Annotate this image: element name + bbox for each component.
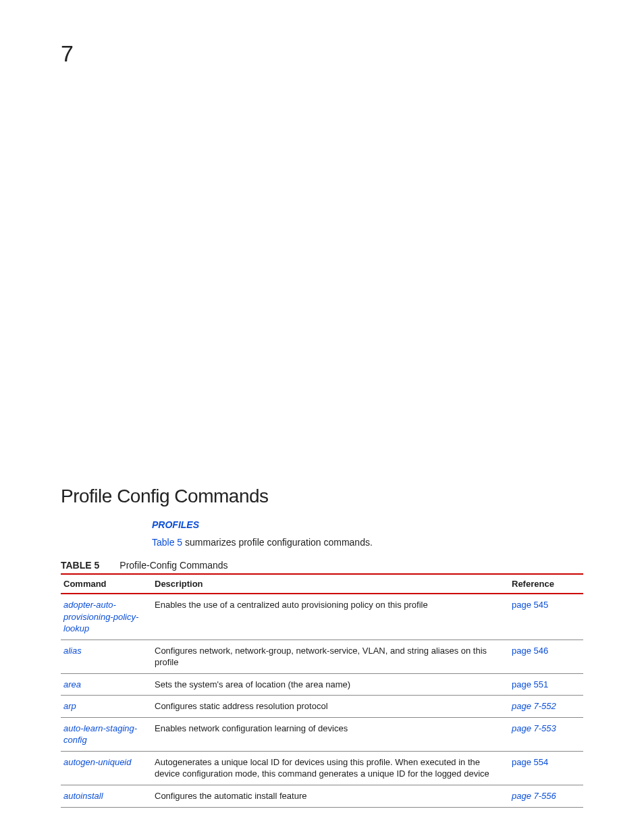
- command-description: Configures network, network-group, netwo…: [152, 640, 509, 673]
- header-command: Command: [61, 574, 152, 594]
- table-caption: Profile-Config Commands: [119, 560, 227, 571]
- reference-link[interactable]: page 546: [509, 640, 583, 673]
- table-label: TABLE 5: [61, 560, 99, 571]
- reference-link[interactable]: page 545: [509, 594, 583, 640]
- command-description: Autogenerates a unique local ID for devi…: [152, 751, 509, 785]
- table-ref-link[interactable]: Table 5: [152, 537, 182, 548]
- command-link[interactable]: alias: [61, 640, 152, 673]
- table-body: adopter-auto-provisioning-policy-lookupE…: [61, 594, 583, 807]
- section-title: Profile Config Commands: [61, 486, 583, 507]
- reference-link[interactable]: page 7-556: [509, 785, 583, 808]
- profiles-link[interactable]: PROFILES: [152, 519, 583, 530]
- reference-link[interactable]: page 7-552: [509, 696, 583, 718]
- table-row: adopter-auto-provisioning-policy-lookupE…: [61, 594, 583, 640]
- command-description: Configures static address resolution pro…: [152, 696, 509, 718]
- header-description: Description: [152, 574, 509, 594]
- table-row: arpConfigures static address resolution …: [61, 696, 583, 718]
- command-link[interactable]: arp: [61, 696, 152, 718]
- command-link[interactable]: area: [61, 673, 152, 696]
- command-link[interactable]: adopter-auto-provisioning-policy-lookup: [61, 594, 152, 640]
- reference-link[interactable]: page 551: [509, 673, 583, 696]
- chapter-number: 7: [61, 41, 583, 67]
- table-row: autoinstallConfigures the automatic inst…: [61, 785, 583, 808]
- intro-block: PROFILES Table 5 summarizes profile conf…: [152, 519, 583, 548]
- table-row: areaSets the system's area of location (…: [61, 673, 583, 696]
- table-row: autogen-uniqueidAutogenerates a unique l…: [61, 751, 583, 785]
- command-description: Enables the use of a centralized auto pr…: [152, 594, 509, 640]
- reference-link[interactable]: page 7-553: [509, 717, 583, 751]
- command-description: Enables network configuration learning o…: [152, 717, 509, 751]
- command-link[interactable]: autoinstall: [61, 785, 152, 808]
- table-label-row: TABLE 5 Profile-Config Commands: [61, 560, 583, 571]
- summary-line: Table 5 summarizes profile configuration…: [152, 537, 583, 548]
- command-description: Sets the system's area of location (the …: [152, 673, 509, 696]
- commands-table: Command Description Reference adopter-au…: [61, 573, 583, 808]
- reference-link[interactable]: page 554: [509, 751, 583, 785]
- summary-rest: summarizes profile configuration command…: [182, 537, 373, 548]
- table-row: auto-learn-staging-configEnables network…: [61, 717, 583, 751]
- command-description: Configures the automatic install feature: [152, 785, 509, 808]
- command-link[interactable]: auto-learn-staging-config: [61, 717, 152, 751]
- command-link[interactable]: autogen-uniqueid: [61, 751, 152, 785]
- table-row: aliasConfigures network, network-group, …: [61, 640, 583, 673]
- table-header-row: Command Description Reference: [61, 574, 583, 594]
- header-reference: Reference: [509, 574, 583, 594]
